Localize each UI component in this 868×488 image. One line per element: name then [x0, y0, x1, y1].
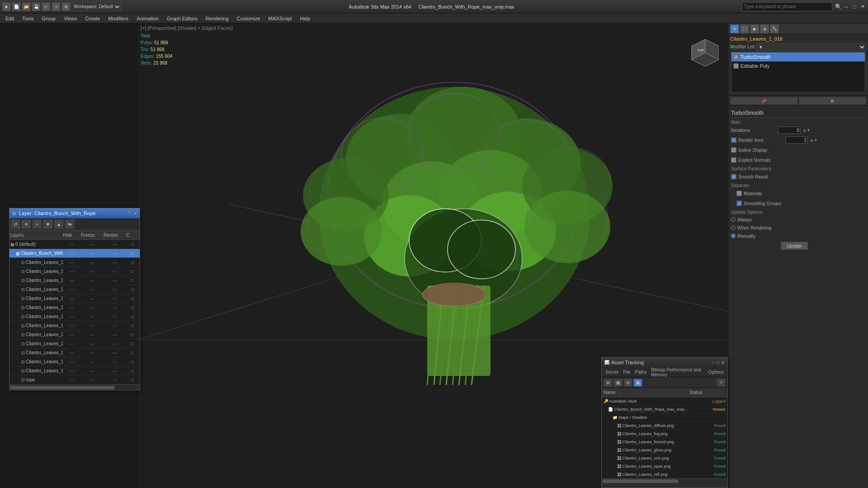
- layer-close-btn[interactable]: ✕: [133, 211, 137, 216]
- menu-edit[interactable]: Edit: [2, 15, 18, 22]
- layer-row-hide[interactable]: ····: [63, 378, 81, 382]
- layer-delete-btn[interactable]: ✕: [21, 219, 31, 229]
- at-scrollbar[interactable]: [602, 479, 727, 483]
- layer-row-hide[interactable]: ····: [63, 251, 81, 256]
- layer-row-render[interactable]: ····: [104, 324, 126, 328]
- update-button[interactable]: Update: [781, 242, 808, 250]
- layer-row-render[interactable]: ····: [104, 296, 126, 301]
- layer-row-render[interactable]: ····: [104, 314, 126, 319]
- modifier-editable-poly[interactable]: Editable Poly: [731, 61, 865, 70]
- layer-row-freeze[interactable]: ····: [81, 242, 104, 247]
- layer-scroll-thumb[interactable]: [10, 386, 114, 389]
- menu-modifiers[interactable]: Modifiers: [104, 15, 132, 22]
- when-rendering-radio[interactable]: [731, 225, 736, 230]
- layer-row-hide[interactable]: ····: [63, 296, 81, 301]
- layer-row-color[interactable]: □: [126, 269, 139, 274]
- at-row[interactable]: 🖼 Cilantro_Leaves_refl.pngFound: [602, 470, 727, 479]
- menu-tools[interactable]: Tools: [19, 15, 38, 22]
- layer-row-color[interactable]: □: [126, 242, 139, 247]
- at-row[interactable]: 🖼 Cilantro_Leaves_nrm.pngFound: [602, 454, 727, 462]
- menu-help[interactable]: Help: [297, 15, 314, 22]
- at-menu-server[interactable]: Server: [604, 370, 620, 375]
- layer-row[interactable]: ⊡ Cilantro_Leaves_1_013············□: [9, 339, 140, 348]
- layer-add-btn[interactable]: ＋: [32, 219, 42, 229]
- at-menu-file[interactable]: File: [621, 370, 632, 375]
- layer-move-up-btn[interactable]: ▲: [54, 219, 64, 229]
- layer-row[interactable]: ⊡ Cilantro_Leaves_1_016············□: [9, 366, 140, 375]
- iterations-spinner[interactable]: ▲▼: [802, 128, 811, 132]
- always-radio[interactable]: [731, 217, 736, 222]
- at-btn-1[interactable]: ⊞: [604, 379, 613, 387]
- materials-check[interactable]: [736, 191, 742, 196]
- layer-row-hide[interactable]: ····: [63, 242, 81, 247]
- layer-row-render[interactable]: ····: [104, 342, 126, 346]
- layer-row-freeze[interactable]: ····: [81, 251, 104, 256]
- layer-scrollbar[interactable]: [9, 385, 140, 390]
- layer-refresh-btn[interactable]: ↺: [10, 219, 20, 229]
- rpanel-hierarchy-btn[interactable]: ⛶: [740, 24, 749, 33]
- layer-row-render[interactable]: ····: [104, 378, 126, 382]
- layer-row-freeze[interactable]: ····: [81, 287, 104, 292]
- layer-transfer-btn[interactable]: ⇆: [65, 219, 75, 229]
- at-row[interactable]: 📄 Cilantro_Bunch_With_Rope_max_vray.maxN…: [602, 405, 727, 413]
- layer-row[interactable]: ⊡ Cilantro_Leaves_1_014············□: [9, 348, 140, 357]
- render-iters-input[interactable]: [785, 136, 808, 144]
- layer-row-render[interactable]: ····: [104, 369, 126, 373]
- layer-row-render[interactable]: ····: [104, 260, 126, 265]
- layer-row-hide[interactable]: ····: [63, 305, 81, 310]
- menu-create[interactable]: Create: [81, 15, 104, 22]
- manually-radio[interactable]: [731, 234, 736, 238]
- layer-row-freeze[interactable]: ····: [81, 269, 104, 274]
- layer-row-color[interactable]: □: [126, 351, 139, 355]
- at-minimize-btn[interactable]: ─: [712, 360, 715, 365]
- editpoly-check[interactable]: [733, 63, 739, 69]
- explicit-normals-check[interactable]: [731, 157, 736, 163]
- layer-move-down-btn[interactable]: ▼: [43, 219, 53, 229]
- layer-row-color[interactable]: □: [126, 251, 139, 256]
- at-restore-btn[interactable]: □: [717, 360, 719, 365]
- iterations-input[interactable]: 0: [778, 127, 801, 134]
- save-btn[interactable]: 💾: [32, 2, 41, 11]
- layer-row-freeze[interactable]: ····: [81, 314, 104, 319]
- menu-rendering[interactable]: Rendering: [202, 15, 232, 22]
- at-row[interactable]: 🖼 Cilantro_Leaves_diffuse.pngFound: [602, 422, 727, 430]
- layer-row-freeze[interactable]: ····: [81, 333, 104, 337]
- layer-row-color[interactable]: □: [126, 360, 139, 364]
- layer-row-color[interactable]: □: [126, 278, 139, 283]
- layer-row[interactable]: ⊡ Cilantro_Leaves_1_004············□: [9, 258, 140, 267]
- layer-row-hide[interactable]: ····: [63, 333, 81, 337]
- cfg-modifiers-btn[interactable]: ⚙: [799, 97, 867, 105]
- layer-row[interactable]: ⊡ Cilantro_Leaves_1_012············□: [9, 330, 140, 339]
- layer-row-render[interactable]: ····: [104, 351, 126, 355]
- pin-stack-btn[interactable]: 📌: [730, 97, 798, 105]
- layer-row-color[interactable]: □: [126, 369, 139, 373]
- at-btn-2[interactable]: ▦: [613, 379, 623, 387]
- modifier-list-select[interactable]: ▼: [756, 43, 866, 51]
- at-menu-options[interactable]: Options: [707, 370, 726, 375]
- render-iters-check[interactable]: ✓: [731, 137, 736, 143]
- rpanel-display-btn[interactable]: ◈: [760, 24, 769, 33]
- at-row[interactable]: 🔑 Autodesk VaultLogged: [602, 397, 727, 405]
- at-row[interactable]: 🖼 Cilantro_Leaves_gloss.pngFound: [602, 446, 727, 454]
- layer-row-color[interactable]: □: [126, 305, 139, 310]
- rpanel-modify-btn[interactable]: ⚙: [730, 24, 739, 33]
- at-close-btn[interactable]: ✕: [721, 360, 725, 365]
- layer-row-freeze[interactable]: ····: [81, 296, 104, 301]
- at-btn-3[interactable]: ⊟: [623, 379, 632, 387]
- layer-row-hide[interactable]: ····: [63, 324, 81, 328]
- layer-row-render[interactable]: ····: [104, 333, 126, 337]
- layer-row[interactable]: ⊡ Cilantro_Leaves_1_009············□: [9, 303, 140, 312]
- rpanel-motion-btn[interactable]: ▶: [750, 24, 759, 33]
- rpanel-utilities-btn[interactable]: 🔧: [770, 24, 779, 33]
- layer-row-render[interactable]: ····: [104, 278, 126, 283]
- layer-row-render[interactable]: ····: [104, 305, 126, 310]
- layer-row-render[interactable]: ····: [104, 251, 126, 256]
- smooth-result-check[interactable]: ✓: [731, 174, 736, 179]
- render-iters-spinner[interactable]: ▲▼: [810, 138, 818, 142]
- minimize-btn[interactable]: ─: [843, 3, 850, 10]
- search-input[interactable]: [742, 2, 832, 11]
- at-help-btn[interactable]: ?: [717, 379, 726, 387]
- smoothing-groups-check[interactable]: ✓: [736, 201, 742, 206]
- menu-graph-editors[interactable]: Graph Editors: [163, 15, 201, 22]
- layer-row[interactable]: ⊡ Cilantro_Leaves_1_005············□: [9, 267, 140, 276]
